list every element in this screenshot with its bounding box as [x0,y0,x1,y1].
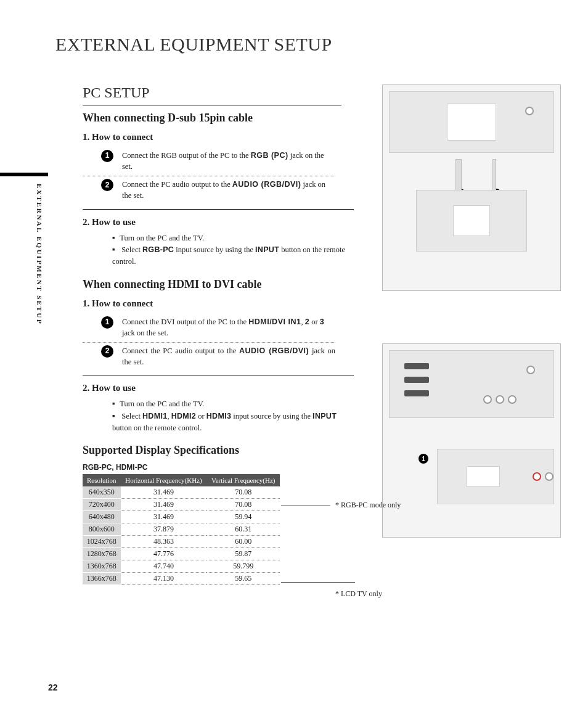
tv-port-panel [389,91,554,153]
heading-spec: Supported Display Specifications [83,444,354,457]
spec-table: Resolution Horizontal Frequency(KHz) Ver… [83,474,280,585]
t-bold: HDMI/DVI IN1 [248,318,301,326]
side-tab-text: EXTERNAL EQUIPMENT SETUP [0,176,43,325]
page-title: EXTERNAL EQUIPMENT SETUP [55,34,545,55]
cell-hfreq: 47.740 [121,560,207,573]
tv-hdmi-panel [389,350,554,418]
t: Connect the PC audio output to the [122,346,239,355]
cell-vfreq: 59.65 [206,573,280,585]
step-number-icon: 1 [101,150,113,162]
step-number-icon: 2 [101,345,113,358]
hdmi-slot-icon [404,377,429,383]
t: or [196,412,206,420]
cell-hfreq: 37.879 [121,523,207,536]
cell-vfreq: 70.08 [206,486,280,499]
step-number-icon: 2 [101,179,113,191]
cell-hfreq: 47.776 [121,548,207,560]
note-connector-line [281,506,330,506]
table-header-row: Resolution Horizontal Frequency(KHz) Ver… [83,474,280,486]
t-bold: HDMI3 [206,412,231,420]
step-text: Connect the PC audio output to the AUDIO… [122,179,335,201]
col-resolution: Resolution [83,474,121,486]
t: Connect the DVI output of the PC to the [122,318,248,326]
cell-vfreq: 70.08 [206,499,280,511]
t-bold: HDMI2 [171,412,196,420]
divider [83,375,354,375]
t-bold: INPUT [255,245,279,254]
cell-vfreq: 59.94 [206,511,280,523]
port-circle-icon [496,395,504,404]
cell-resolution: 1280x768 [83,548,121,560]
vga-connector [453,205,490,236]
use-list: Turn on the PC and the TV. Select RGB-PC… [83,232,348,268]
t: Connect the RGB output of the PC to the [122,151,251,160]
col-hfreq: Horizontal Frequency(KHz) [121,474,207,486]
cell-resolution: 800x600 [83,523,121,536]
table-row: 1360x76847.74059.799 [83,560,280,573]
cell-hfreq: 47.130 [121,573,207,585]
step-text: Connect the PC audio output to the AUDIO… [122,345,335,367]
table-row: 640x35031.46970.08 [83,486,280,499]
cell-hfreq: 48.363 [121,536,207,548]
step-row: 2 Connect the PC audio output to the AUD… [83,176,335,205]
heading-hdmi-dvi: When connecting HDMI to DVI cable [83,278,354,291]
spec-subtitle: RGB-PC, HDMI-PC [83,463,545,472]
note-lcd: * LCD TV only [335,589,382,599]
t-bold: HDMI1 [142,412,167,420]
cell-resolution: 720x400 [83,499,121,511]
t: button on the remote control. [112,424,202,432]
cell-resolution: 640x350 [83,486,121,499]
t-bold: INPUT [312,412,337,420]
port-circle-icon [483,395,492,404]
step-text: Connect the RGB output of the PC to the … [122,150,335,172]
cell-hfreq: 31.469 [121,511,207,523]
cell-vfreq: 60.00 [206,536,280,548]
col-vfreq: Vertical Frequency(Hz) [206,474,280,486]
cell-hfreq: 31.469 [121,486,207,499]
list-item: Select RGB-PC input source by using the … [112,244,348,268]
t: or [309,318,320,326]
hdmi-slot-icon [404,363,429,369]
table-row: 720x40031.46970.08 [83,499,280,511]
list-item: Select HDMI1, HDMI2 or HDMI3 input sourc… [112,411,348,435]
section-pc-setup: PC SETUP [83,84,341,105]
step-row: 1 Connect the RGB output of the PC to th… [83,147,335,176]
block-spec: Supported Display Specifications RGB-PC,… [83,444,545,585]
step-row: 1 Connect the DVI output of the PC to th… [83,314,335,343]
cell-vfreq: 59.87 [206,548,280,560]
port-circle-icon [508,395,517,404]
hdmi-slot-icon [404,390,429,396]
t: jack on the set. [122,329,168,337]
audio-jack-icon [526,366,535,374]
t: Connect the PC audio output to the [122,180,232,189]
cell-vfreq: 59.799 [206,560,280,573]
t-bold: 3 [320,318,324,326]
list-item: Turn on the PC and the TV. [112,232,348,244]
vga-port [447,104,496,141]
step-text: Connect the DVI output of the PC to the … [122,316,335,338]
note-rgbpc: * RGB-PC mode only [335,501,401,510]
use-list: Turn on the PC and the TV. Select HDMI1,… [83,398,348,434]
table-row: 640x48031.46959.94 [83,511,280,523]
heading-how-connect: 1. How to connect [83,298,545,309]
page-number: 22 [48,682,58,692]
t-bold: RGB-PC [142,245,174,254]
t-bold: 2 [305,318,309,326]
table-row: 1024x76848.36360.00 [83,536,280,548]
t: input source by using the [231,412,312,420]
list-item: Turn on the PC and the TV. [112,398,348,410]
diagram-dsub: 1 2 [382,84,561,291]
t: Select [121,245,142,254]
t-bold: AUDIO (RGB/DVI) [239,346,309,355]
cell-resolution: 1360x768 [83,560,121,573]
step-number-icon: 1 [101,316,113,329]
t-bold: RGB (PC) [251,151,288,160]
audio-out-white-icon [545,472,553,481]
cell-resolution: 1024x768 [83,536,121,548]
cell-resolution: 640x480 [83,511,121,523]
pc-port-panel [416,190,527,252]
t: Select [121,412,142,420]
t: input source by using the [174,245,255,254]
audio-jack-icon [525,107,534,115]
cell-vfreq: 60.31 [206,523,280,536]
